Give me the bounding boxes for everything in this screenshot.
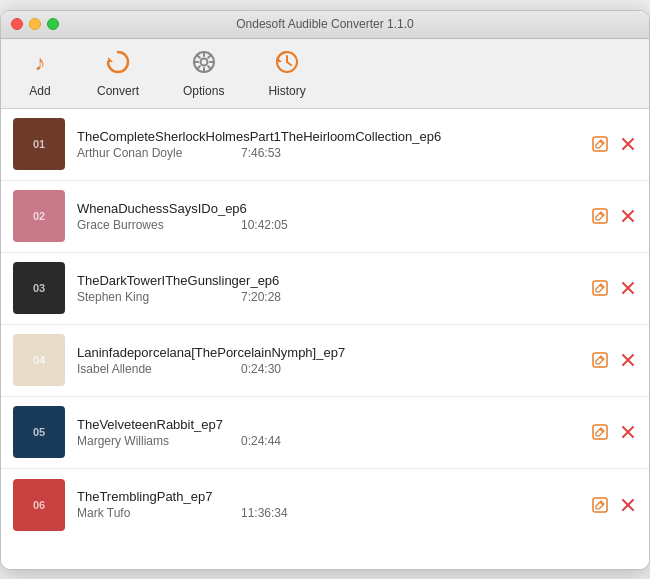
book-actions [591,207,637,225]
options-icon [191,49,217,81]
svg-line-10 [208,54,211,57]
book-title: TheCompleteSherlockHolmesPart1TheHeirloo… [77,129,579,144]
svg-line-11 [197,66,200,69]
svg-rect-26 [593,353,607,367]
book-author: Margery Williams [77,434,217,448]
edit-button[interactable] [591,351,609,369]
book-row: 05 TheVelveteenRabbit_ep7 Margery Willia… [1,397,649,469]
book-info: TheDarkTowerITheGunslinger_ep6 Stephen K… [77,273,579,304]
history-label: History [268,84,305,98]
book-row: 03 TheDarkTowerITheGunslinger_ep6 Stephe… [1,253,649,325]
book-cover: 04 [13,334,65,386]
svg-rect-18 [593,209,607,223]
book-title: TheDarkTowerITheGunslinger_ep6 [77,273,579,288]
book-row: 04 Laninfadeporcelana[ThePorcelainNymph]… [1,325,649,397]
book-title: Laninfadeporcelana[ThePorcelainNymph]_ep… [77,345,579,360]
book-cover: 05 [13,406,65,458]
book-title: WhenaDuchessSaysIDo_ep6 [77,201,579,216]
book-actions [591,135,637,153]
book-meta: Margery Williams 0:24:44 [77,434,579,448]
book-actions [591,279,637,297]
history-button[interactable]: History [258,45,315,102]
add-button[interactable]: ♪ Add [17,45,63,102]
svg-rect-34 [593,498,607,512]
convert-icon [105,49,131,81]
traffic-lights [11,18,59,30]
svg-rect-14 [593,137,607,151]
add-icon: ♪ [27,49,53,81]
book-info: TheCompleteSherlockHolmesPart1TheHeirloo… [77,129,579,160]
maximize-button[interactable] [47,18,59,30]
book-list: 01 TheCompleteSherlockHolmesPart1TheHeir… [1,109,649,569]
svg-line-8 [197,54,200,57]
book-info: TheTremblingPath_ep7 Mark Tufo 11:36:34 [77,489,579,520]
book-row: 02 WhenaDuchessSaysIDo_ep6 Grace Burrowe… [1,181,649,253]
book-meta: Stephen King 7:20:28 [77,290,579,304]
book-title: TheVelveteenRabbit_ep7 [77,417,579,432]
book-duration: 11:36:34 [241,506,288,520]
window-title: Ondesoft Audible Converter 1.1.0 [236,17,413,31]
book-author: Mark Tufo [77,506,217,520]
book-duration: 10:42:05 [241,218,288,232]
svg-marker-13 [277,57,282,62]
svg-point-3 [200,58,207,65]
options-button[interactable]: Options [173,45,234,102]
book-actions [591,496,637,514]
book-cover: 01 [13,118,65,170]
book-cover: 02 [13,190,65,242]
delete-button[interactable] [619,351,637,369]
edit-button[interactable] [591,135,609,153]
app-window: Ondesoft Audible Converter 1.1.0 ♪ Add C… [0,10,650,570]
book-author: Isabel Allende [77,362,217,376]
book-duration: 7:20:28 [241,290,281,304]
book-cover: 06 [13,479,65,531]
delete-button[interactable] [619,135,637,153]
svg-rect-22 [593,281,607,295]
book-info: WhenaDuchessSaysIDo_ep6 Grace Burrowes 1… [77,201,579,232]
delete-button[interactable] [619,279,637,297]
book-info: TheVelveteenRabbit_ep7 Margery Williams … [77,417,579,448]
history-icon [274,49,300,81]
edit-button[interactable] [591,496,609,514]
convert-label: Convert [97,84,139,98]
book-actions [591,423,637,441]
book-row: 01 TheCompleteSherlockHolmesPart1TheHeir… [1,109,649,181]
book-meta: Mark Tufo 11:36:34 [77,506,579,520]
edit-button[interactable] [591,207,609,225]
book-duration: 0:24:44 [241,434,281,448]
svg-marker-1 [108,57,113,62]
svg-text:♪: ♪ [35,50,46,75]
book-row: 06 TheTremblingPath_ep7 Mark Tufo 11:36:… [1,469,649,541]
edit-button[interactable] [591,423,609,441]
book-author: Grace Burrowes [77,218,217,232]
book-actions [591,351,637,369]
close-button[interactable] [11,18,23,30]
svg-rect-30 [593,425,607,439]
book-duration: 7:46:53 [241,146,281,160]
title-bar: Ondesoft Audible Converter 1.1.0 [1,11,649,39]
edit-button[interactable] [591,279,609,297]
delete-button[interactable] [619,207,637,225]
options-label: Options [183,84,224,98]
minimize-button[interactable] [29,18,41,30]
toolbar: ♪ Add Convert [1,39,649,109]
book-meta: Grace Burrowes 10:42:05 [77,218,579,232]
book-title: TheTremblingPath_ep7 [77,489,579,504]
convert-button[interactable]: Convert [87,45,149,102]
svg-line-9 [208,66,211,69]
book-author: Arthur Conan Doyle [77,146,217,160]
add-label: Add [29,84,50,98]
book-meta: Isabel Allende 0:24:30 [77,362,579,376]
delete-button[interactable] [619,423,637,441]
book-info: Laninfadeporcelana[ThePorcelainNymph]_ep… [77,345,579,376]
delete-button[interactable] [619,496,637,514]
book-cover: 03 [13,262,65,314]
book-author: Stephen King [77,290,217,304]
book-meta: Arthur Conan Doyle 7:46:53 [77,146,579,160]
book-duration: 0:24:30 [241,362,281,376]
